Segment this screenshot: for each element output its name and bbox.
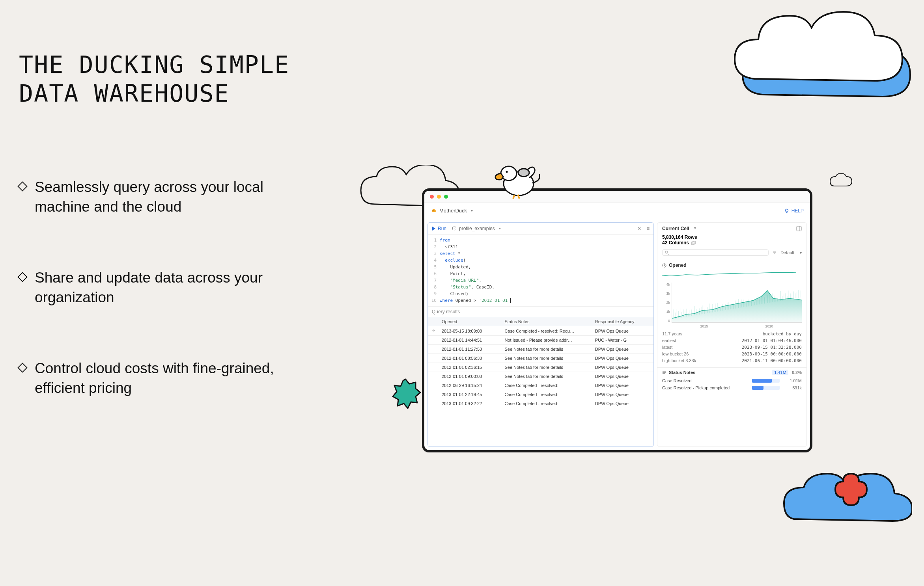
sparkline bbox=[662, 270, 796, 277]
query-tab-label: profile_examples bbox=[459, 226, 495, 231]
svg-point-2 bbox=[501, 166, 517, 180]
help-link[interactable]: HELP bbox=[784, 208, 804, 214]
search-icon bbox=[665, 251, 669, 255]
results-table-container[interactable]: OpenedStatus NotesResponsible Agency2013… bbox=[428, 317, 653, 446]
svg-point-13 bbox=[665, 251, 668, 253]
stat-row: latest2023-09-15 01:32:28.000 bbox=[662, 344, 802, 351]
bullet-item: Control cloud costs with fine-grained, e… bbox=[19, 359, 323, 398]
brand-label: MotherDuck bbox=[439, 208, 467, 214]
column-card-opened: Opened 4k3k2k1k0 bbox=[657, 259, 806, 367]
svg-point-8 bbox=[453, 227, 456, 228]
window-close-icon[interactable] bbox=[430, 195, 434, 199]
column-header[interactable]: Responsible Agency bbox=[592, 317, 653, 326]
table-row[interactable]: 2012-01-01 02:36:15See Notes tab for mor… bbox=[428, 363, 653, 372]
table-row[interactable]: 2013-01-01 09:32:22Case Completed - reso… bbox=[428, 399, 653, 408]
hero-title-line1: THE DUCKING SIMPLE bbox=[19, 51, 289, 78]
results-table: OpenedStatus NotesResponsible Agency2013… bbox=[428, 317, 653, 408]
column-name-label: Status Notes bbox=[669, 370, 695, 375]
clock-icon bbox=[662, 263, 666, 268]
stat-row: high bucket 3.33k2021-06-11 00:00:00.000 bbox=[662, 357, 802, 364]
histogram-row[interactable]: Case Resolved - Pickup completed591k bbox=[657, 384, 806, 391]
bullet-text: Share and update data across your organi… bbox=[35, 268, 323, 307]
run-label: Run bbox=[438, 226, 446, 231]
row-count: 5,830,164 Rows bbox=[662, 234, 697, 240]
chevron-down-icon[interactable]: ▾ bbox=[800, 251, 802, 255]
hero-title: THE DUCKING SIMPLE DATA WAREHOUSE bbox=[19, 50, 319, 108]
editor-menu-button[interactable]: ≡ bbox=[647, 226, 650, 231]
window-titlebar bbox=[424, 191, 810, 203]
opened-histogram: 4k3k2k1k0 20152020 bbox=[662, 283, 802, 330]
window-minimize-icon[interactable] bbox=[437, 195, 441, 199]
table-row[interactable]: 2012-01-01 09:00:03See Notes tab for mor… bbox=[428, 372, 653, 381]
editor-pane: Run profile_examples ▾ ✕ ≡ 1from2 sf3113… bbox=[427, 222, 654, 447]
svg-point-5 bbox=[433, 210, 433, 211]
total-pill: 1.41M bbox=[772, 370, 788, 375]
query-tab[interactable]: profile_examples ▾ bbox=[452, 226, 501, 231]
bullet-text: Seamlessly query across your local machi… bbox=[35, 177, 323, 217]
svg-point-6 bbox=[785, 209, 788, 212]
pct-label: 0.2% bbox=[792, 370, 802, 375]
span-label: 11.7 years bbox=[662, 331, 682, 337]
diamond-icon bbox=[17, 363, 27, 372]
table-row[interactable]: 2012-01-01 14:44:51Not Issued - Please p… bbox=[428, 336, 653, 345]
lightbulb-icon bbox=[784, 208, 789, 213]
database-icon bbox=[452, 226, 457, 231]
bullet-item: Seamlessly query across your local machi… bbox=[19, 177, 323, 217]
inspector-title: Current Cell bbox=[662, 226, 689, 231]
inspector-search-input[interactable] bbox=[662, 249, 769, 256]
bucket-label: bucketed by day bbox=[763, 331, 802, 337]
svg-marker-0 bbox=[393, 379, 420, 408]
close-tab-button[interactable]: ✕ bbox=[637, 226, 641, 231]
chevron-down-icon: ▾ bbox=[499, 226, 501, 231]
svg-rect-9 bbox=[797, 226, 801, 231]
table-row[interactable]: 2012-06-29 16:15:24Case Completed - reso… bbox=[428, 381, 653, 390]
star-badge-decor bbox=[390, 378, 421, 410]
histogram-row[interactable]: Case Resolved1.01M bbox=[657, 377, 806, 384]
chevron-down-icon[interactable]: ▾ bbox=[694, 226, 696, 230]
bullet-item: Share and update data across your organi… bbox=[19, 268, 323, 307]
sql-editor[interactable]: 1from2 sf3113select *4 exclude(5 Updated… bbox=[428, 234, 653, 306]
table-row[interactable]: 2012-01-01 08:56:38See Notes tab for mor… bbox=[428, 354, 653, 363]
sort-mode[interactable]: Default bbox=[780, 250, 794, 255]
run-button[interactable]: Run bbox=[432, 226, 446, 231]
app-header: MotherDuck ▾ HELP bbox=[424, 203, 810, 219]
sort-icon[interactable] bbox=[773, 251, 777, 255]
diamond-icon bbox=[17, 272, 27, 282]
editor-toolbar: Run profile_examples ▾ ✕ ≡ bbox=[428, 223, 653, 234]
stat-row: earliest2012-01-01 01:04:46.000 bbox=[662, 337, 802, 344]
column-name-label: Opened bbox=[669, 262, 687, 268]
hero-title-line2: DATA WAREHOUSE bbox=[19, 80, 230, 107]
table-row[interactable]: 2013-01-01 22:19:45Case Completed - reso… bbox=[428, 390, 653, 399]
app-window: MotherDuck ▾ HELP Run profile_examples ▾ bbox=[422, 188, 812, 452]
stat-row: low bucket 262023-09-15 00:00:00.000 bbox=[662, 351, 802, 357]
col-count: 42 Columns bbox=[662, 240, 689, 246]
chevron-down-icon: ▾ bbox=[471, 208, 473, 213]
cloud-decor-large bbox=[731, 8, 924, 110]
bullet-list: Seamlessly query across your local machi… bbox=[19, 177, 323, 398]
play-icon bbox=[432, 227, 436, 231]
duck-logo-icon bbox=[431, 208, 437, 214]
table-row[interactable]: 2012-01-01 11:27:53See Notes tab for mor… bbox=[428, 345, 653, 354]
brand-menu[interactable]: MotherDuck ▾ bbox=[431, 208, 473, 214]
column-header[interactable] bbox=[428, 317, 439, 326]
column-header[interactable]: Opened bbox=[439, 317, 501, 326]
copy-icon[interactable] bbox=[691, 241, 696, 245]
window-zoom-icon[interactable] bbox=[444, 195, 448, 199]
svg-point-4 bbox=[518, 169, 529, 177]
help-label: HELP bbox=[791, 208, 804, 214]
column-header[interactable]: Status Notes bbox=[501, 317, 592, 326]
cloud-decor-tiny bbox=[829, 173, 853, 189]
duck-mascot bbox=[493, 156, 544, 199]
table-row[interactable]: 2013-05-15 18:09:08Case Completed - reso… bbox=[428, 326, 653, 336]
column-card-status-notes: Status Notes 1.41M 0.2% bbox=[657, 367, 806, 377]
inspector-pane: Current Cell ▾ 5,830,164 Rows 42 Columns… bbox=[657, 222, 807, 447]
svg-line-14 bbox=[668, 253, 669, 255]
diamond-icon bbox=[17, 181, 27, 191]
results-section-label: Query results bbox=[428, 306, 653, 317]
panel-toggle-icon[interactable] bbox=[796, 226, 802, 231]
bullet-text: Control cloud costs with fine-grained, e… bbox=[35, 359, 323, 398]
row-expand-icon bbox=[428, 326, 439, 336]
flower-decor bbox=[833, 472, 869, 507]
svg-point-3 bbox=[506, 171, 508, 173]
text-icon bbox=[662, 370, 666, 375]
